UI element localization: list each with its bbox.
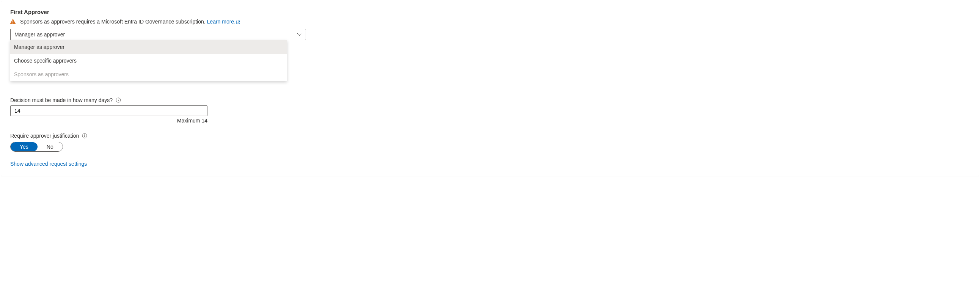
svg-rect-1 xyxy=(13,23,13,24)
section-title: First Approver xyxy=(10,9,970,15)
justification-label: Require approver justification xyxy=(10,133,79,139)
option-sponsors-as-approvers: Sponsors as approvers xyxy=(10,68,287,81)
warning-text: Sponsors as approvers requires a Microso… xyxy=(20,19,240,25)
option-choose-specific-approvers[interactable]: Choose specific approvers xyxy=(10,54,287,68)
approver-dropdown-list: Manager as approver Choose specific appr… xyxy=(10,40,287,81)
learn-more-link[interactable]: Learn more. xyxy=(207,19,240,25)
justification-toggle: Yes No xyxy=(10,142,63,152)
warning-triangle-icon xyxy=(10,18,16,25)
approver-select[interactable]: Manager as approver xyxy=(10,29,306,40)
decision-days-label-row: Decision must be made in how many days? xyxy=(10,97,970,103)
external-link-icon xyxy=(236,20,240,24)
svg-rect-7 xyxy=(84,135,85,135)
option-manager-as-approver[interactable]: Manager as approver xyxy=(10,40,287,54)
justification-field: Require approver justification Yes No xyxy=(10,133,970,152)
info-icon[interactable] xyxy=(82,133,87,138)
warning-text-content: Sponsors as approvers requires a Microso… xyxy=(20,19,207,25)
warning-message: Sponsors as approvers requires a Microso… xyxy=(10,18,970,25)
approver-dropdown: Manager as approver Manager as approver … xyxy=(10,29,306,40)
decision-days-label: Decision must be made in how many days? xyxy=(10,97,113,103)
decision-days-field: Decision must be made in how many days? … xyxy=(10,97,970,124)
decision-days-helper: Maximum 14 xyxy=(10,117,207,124)
chevron-down-icon xyxy=(297,32,302,37)
svg-rect-3 xyxy=(118,100,118,101)
svg-rect-6 xyxy=(84,135,85,137)
toggle-no[interactable]: No xyxy=(38,142,62,151)
learn-more-label: Learn more. xyxy=(207,19,235,25)
justification-label-row: Require approver justification xyxy=(10,133,970,139)
info-icon[interactable] xyxy=(116,97,121,103)
approver-selected-value: Manager as approver xyxy=(14,32,65,38)
svg-rect-0 xyxy=(13,21,13,23)
show-advanced-settings-link[interactable]: Show advanced request settings xyxy=(10,161,87,167)
toggle-yes[interactable]: Yes xyxy=(11,142,38,151)
svg-rect-4 xyxy=(118,99,118,99)
decision-days-input[interactable] xyxy=(10,105,207,116)
first-approver-panel: First Approver Sponsors as approvers req… xyxy=(1,1,979,176)
